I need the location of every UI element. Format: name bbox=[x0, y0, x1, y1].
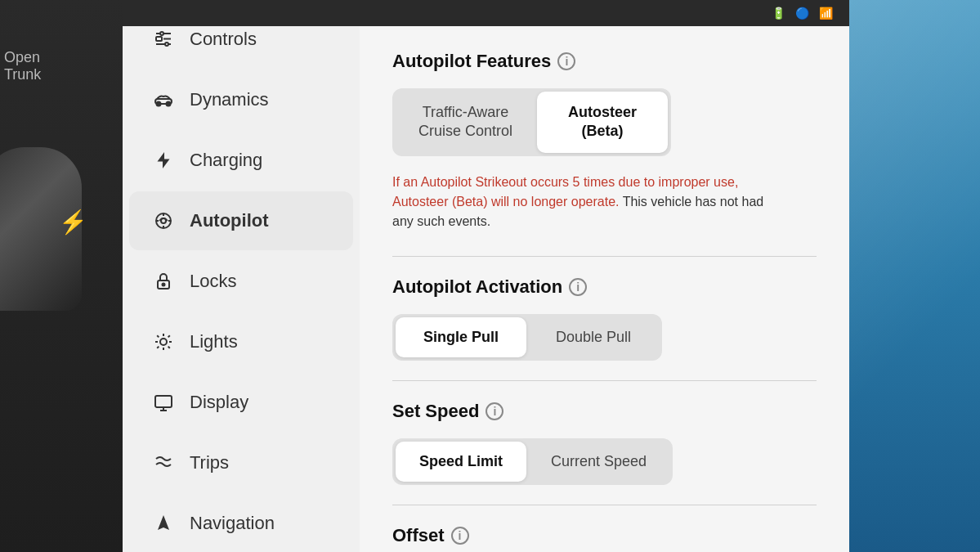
autopilot-features-info-icon[interactable]: i bbox=[557, 52, 575, 70]
double-pull-btn[interactable]: Double Pull bbox=[528, 317, 659, 357]
svg-point-9 bbox=[157, 102, 161, 106]
battery-icon: 🔋 bbox=[772, 7, 785, 20]
trips-icon bbox=[149, 448, 178, 478]
traffic-aware-btn[interactable]: Traffic-Aware Cruise Control bbox=[396, 92, 535, 153]
current-speed-btn[interactable]: Current Speed bbox=[528, 442, 669, 482]
locks-label: Locks bbox=[190, 271, 236, 292]
svg-line-23 bbox=[157, 335, 159, 337]
sidebar: Controls Dynamics Charging bbox=[123, 0, 360, 552]
autopilot-activation-control: Single Pull Double Pull bbox=[392, 314, 662, 361]
autopilot-icon bbox=[149, 206, 178, 236]
svg-point-20 bbox=[160, 339, 167, 345]
set-speed-title: Set Speed i bbox=[392, 401, 817, 422]
single-pull-btn[interactable]: Single Pull bbox=[396, 317, 526, 357]
sidebar-item-lights[interactable]: Lights bbox=[129, 312, 353, 371]
charging-icon bbox=[149, 146, 178, 175]
svg-rect-29 bbox=[155, 396, 172, 407]
bluetooth-icon: 🔵 bbox=[795, 7, 809, 20]
speed-limit-btn[interactable]: Speed Limit bbox=[396, 442, 526, 482]
controls-label: Controls bbox=[190, 29, 257, 50]
lightning-badge: ⚡ bbox=[59, 209, 87, 236]
autosteer-btn[interactable]: Autosteer (Beta) bbox=[537, 92, 668, 153]
lights-icon bbox=[149, 327, 178, 357]
svg-line-28 bbox=[168, 335, 170, 337]
dynamics-label: Dynamics bbox=[190, 89, 269, 110]
sidebar-item-autopilot[interactable]: Autopilot bbox=[129, 191, 353, 250]
autopilot-features-control: Traffic-Aware Cruise Control Autosteer (… bbox=[392, 88, 671, 156]
autopilot-activation-section: Autopilot Activation i Single Pull Doubl… bbox=[392, 276, 817, 361]
sidebar-item-trips[interactable]: Trips bbox=[129, 433, 353, 492]
display-icon bbox=[149, 388, 178, 417]
set-speed-control: Speed Limit Current Speed bbox=[392, 438, 673, 485]
trips-label: Trips bbox=[190, 452, 229, 473]
charging-label: Charging bbox=[190, 150, 262, 171]
svg-rect-0 bbox=[156, 37, 162, 41]
offset-section: Offset i Fixed Percentage − +0 mph + bbox=[392, 525, 817, 552]
autopilot-features-section: Autopilot Features i Traffic-Aware Cruis… bbox=[392, 51, 817, 231]
sidebar-item-dynamics[interactable]: Dynamics bbox=[129, 70, 353, 129]
autopilot-features-title: Autopilot Features i bbox=[392, 51, 817, 72]
navigation-label: Navigation bbox=[190, 513, 275, 534]
lights-label: Lights bbox=[190, 331, 238, 352]
svg-point-6 bbox=[165, 43, 168, 46]
svg-point-10 bbox=[167, 102, 171, 106]
controls-icon bbox=[149, 25, 178, 54]
svg-marker-11 bbox=[158, 152, 170, 168]
locks-icon bbox=[149, 267, 178, 296]
sidebar-item-charging[interactable]: Charging bbox=[129, 131, 353, 190]
open-trunk-label: Open Trunk bbox=[4, 49, 41, 83]
divider-2 bbox=[392, 380, 817, 381]
svg-marker-32 bbox=[158, 515, 169, 530]
svg-line-24 bbox=[168, 347, 170, 348]
autopilot-description: If an Autopilot Strikeout occurs 5 times… bbox=[392, 173, 801, 231]
set-speed-section: Set Speed i Speed Limit Current Speed bbox=[392, 401, 817, 485]
sidebar-item-locks[interactable]: Locks bbox=[129, 252, 353, 311]
offset-info-icon[interactable]: i bbox=[451, 527, 469, 545]
status-bar: 🔋 🔵 📶 bbox=[123, 0, 849, 26]
sidebar-item-navigation[interactable]: Navigation bbox=[129, 494, 353, 552]
svg-point-19 bbox=[163, 284, 165, 286]
divider-3 bbox=[392, 505, 817, 505]
car-panel: Open Trunk ⚡ bbox=[0, 0, 123, 552]
autopilot-label: Autopilot bbox=[190, 210, 269, 231]
dynamics-icon bbox=[149, 85, 178, 114]
autopilot-activation-title: Autopilot Activation i bbox=[392, 276, 817, 298]
sidebar-item-display[interactable]: Display bbox=[129, 373, 353, 432]
offset-title: Offset i bbox=[392, 525, 817, 546]
display-label: Display bbox=[190, 392, 248, 413]
navigation-icon bbox=[149, 509, 178, 538]
divider-1 bbox=[392, 256, 817, 257]
svg-line-27 bbox=[157, 347, 159, 348]
right-decorative-panel bbox=[849, 0, 980, 552]
signal-icon: 📶 bbox=[819, 7, 833, 20]
svg-point-3 bbox=[160, 32, 163, 35]
autopilot-activation-info-icon[interactable]: i bbox=[569, 278, 587, 296]
set-speed-info-icon[interactable]: i bbox=[486, 402, 503, 420]
main-content: Autopilot Features i Traffic-Aware Cruis… bbox=[360, 26, 849, 552]
